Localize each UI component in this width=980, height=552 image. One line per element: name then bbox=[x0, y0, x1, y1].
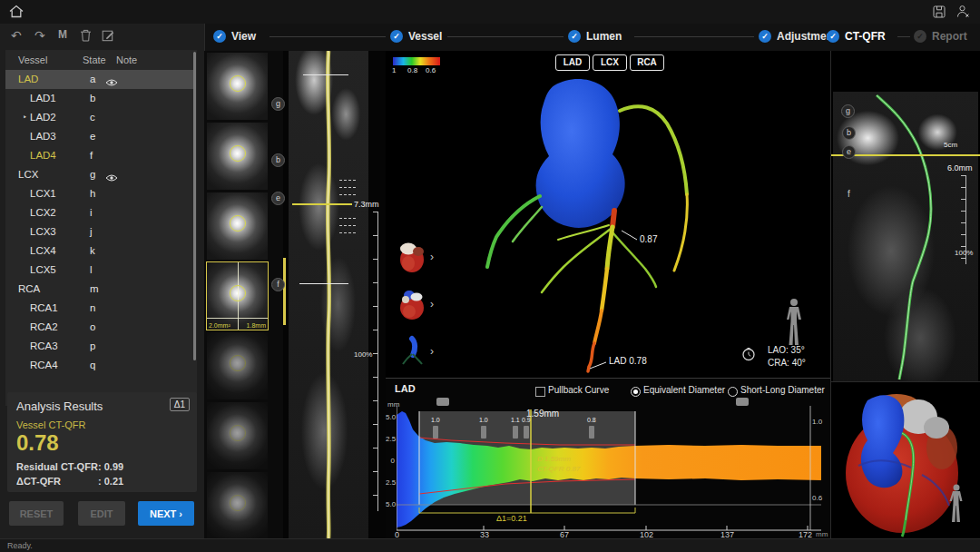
stenosis-marker-pin[interactable] bbox=[589, 426, 594, 439]
cpr-view-panel[interactable]: g b e f 5cm 6.0mm 100% bbox=[830, 51, 980, 381]
edit-button[interactable]: EDIT bbox=[78, 501, 125, 526]
cpr-marker-g[interactable]: g bbox=[841, 104, 855, 118]
vessel-row-lad4[interactable]: LAD4 f bbox=[5, 146, 194, 165]
cross-section-thumb[interactable] bbox=[207, 123, 268, 190]
vessel-row-rca[interactable]: RCA m bbox=[5, 280, 194, 299]
tab-adjustment[interactable]: ✓ Adjustment bbox=[759, 30, 837, 43]
residual-label: Residual CT-QFR bbox=[16, 461, 98, 472]
straightened-mpr-panel[interactable]: 7.3mm 100% bbox=[283, 51, 386, 538]
cpr-marker-b[interactable]: b bbox=[842, 126, 856, 140]
vessel-row-lcx2[interactable]: LCX2 i bbox=[5, 203, 194, 222]
reset-button[interactable]: RESET bbox=[9, 501, 64, 526]
cross-section-thumb[interactable] bbox=[207, 53, 268, 120]
lumen-contour-icon bbox=[230, 355, 246, 371]
chevron-right-icon: › bbox=[430, 298, 434, 310]
vessel-row-rca1[interactable]: RCA1 n bbox=[5, 299, 194, 318]
heart-3d-panel[interactable] bbox=[830, 381, 980, 539]
tab-label: CT-QFR bbox=[845, 30, 886, 43]
vessel-state: b bbox=[90, 89, 95, 108]
cpr-marker-e[interactable]: e bbox=[842, 145, 856, 159]
vessel-state: h bbox=[90, 184, 95, 203]
vessel-name: RCA bbox=[18, 280, 40, 299]
cross-section-thumb[interactable] bbox=[207, 472, 268, 539]
vessel-state: e bbox=[90, 127, 95, 146]
view-preset-heart-2[interactable]: › bbox=[397, 287, 428, 321]
stenosis-marker-pin[interactable] bbox=[481, 426, 486, 439]
mpr-ruler-ticks bbox=[373, 212, 377, 511]
vessel-3d-view[interactable]: 1 0.8 0.6 LAD LCX RCA bbox=[386, 51, 830, 378]
cpr-marker-f[interactable]: f bbox=[848, 189, 850, 199]
range-handle-left[interactable] bbox=[436, 398, 449, 406]
sidebar: ↶ ↷ M Vessel State Note LAD a LAD1 b bbox=[0, 24, 205, 538]
diameter-chart-panel: LAD Pullback Curve Equivalent Diameter S… bbox=[386, 378, 830, 539]
vessel-state: a bbox=[90, 70, 95, 89]
undo-icon[interactable]: ↶ bbox=[11, 28, 22, 43]
section-line[interactable] bbox=[303, 74, 348, 75]
tab-report[interactable]: ✓ Report bbox=[914, 30, 967, 43]
vessel-name: LAD1 bbox=[30, 89, 56, 108]
tab-view[interactable]: ✓ View bbox=[213, 30, 256, 43]
vessel-row-lad3[interactable]: LAD3 e bbox=[5, 127, 194, 146]
user-icon[interactable] bbox=[956, 5, 970, 22]
lumen-contour-icon bbox=[230, 145, 246, 162]
vessel-table-header: Vessel State Note bbox=[5, 50, 197, 70]
segment-marker-f[interactable]: f bbox=[271, 278, 285, 291]
section-line[interactable] bbox=[299, 283, 348, 284]
measure-icon[interactable]: M bbox=[58, 28, 67, 41]
lumen-contour-icon bbox=[230, 75, 246, 92]
vessel-list: Vessel State Note LAD a LAD1 b ‣ LAD2 c … bbox=[5, 50, 197, 406]
stenosis-marker-pin[interactable] bbox=[513, 426, 518, 439]
vessel-list-scrollbar[interactable] bbox=[193, 52, 196, 360]
vessel-row-lad[interactable]: LAD a bbox=[5, 70, 194, 89]
short-long-diameter-radio[interactable] bbox=[728, 387, 738, 397]
vessel-row-lcx5[interactable]: LCX5 l bbox=[5, 261, 194, 280]
vessel-row-lcx3[interactable]: LCX3 j bbox=[5, 222, 194, 242]
tab-lumen[interactable]: ✓ Lumen bbox=[568, 30, 622, 43]
range-handle-right[interactable] bbox=[736, 398, 749, 406]
view-preset-heart-1[interactable]: › bbox=[397, 240, 428, 274]
cross-section-thumb[interactable] bbox=[207, 332, 268, 399]
vessel-row-lcx[interactable]: LCX g bbox=[5, 165, 194, 184]
vessel-row-rca3[interactable]: RCA3 p bbox=[5, 337, 194, 356]
redo-icon[interactable]: ↷ bbox=[34, 28, 45, 43]
segment-marker-g[interactable]: g bbox=[271, 97, 285, 111]
stenosis-marker-pin[interactable] bbox=[433, 426, 438, 439]
segment-marker-b[interactable]: b bbox=[271, 153, 285, 167]
vessel-row-rca4[interactable]: RCA4 q bbox=[5, 356, 194, 375]
heart-render bbox=[831, 382, 980, 539]
lesion-qfr-label: 0.87 bbox=[640, 234, 657, 244]
cross-section-column: 2.0mm² 1.8mm bbox=[204, 51, 283, 538]
stenosis-marker-pin[interactable] bbox=[524, 426, 529, 439]
vessel-state: m bbox=[90, 280, 99, 299]
save-icon[interactable] bbox=[933, 5, 946, 22]
cross-section-thumb[interactable] bbox=[207, 192, 268, 260]
delete-icon[interactable] bbox=[80, 29, 92, 44]
measurement-line[interactable] bbox=[292, 203, 352, 205]
cross-section-thumb[interactable] bbox=[207, 402, 268, 469]
pullback-curve-checkbox[interactable] bbox=[535, 387, 545, 397]
ct-qfr-application: ✓ View ✓ Vessel ✓ Lumen ✓ Adjustment ✓ C… bbox=[0, 0, 980, 552]
delta-annotation: Δ1=0.21 bbox=[496, 514, 527, 523]
rotation-clock-icon[interactable] bbox=[741, 347, 756, 365]
tab-vessel[interactable]: ✓ Vessel bbox=[390, 30, 442, 43]
tab-ct-qfr[interactable]: ✓ CT-QFR bbox=[827, 30, 886, 43]
vessel-row-lad2[interactable]: ‣ LAD2 c bbox=[5, 108, 194, 127]
vessel-row-lcx1[interactable]: LCX1 h bbox=[5, 184, 194, 203]
segment-marker-e[interactable]: e bbox=[271, 192, 285, 205]
home-icon[interactable] bbox=[9, 5, 24, 22]
view-preset-tree[interactable]: › bbox=[397, 334, 428, 369]
title-bar bbox=[0, 0, 980, 25]
edit-icon[interactable] bbox=[102, 29, 114, 44]
equivalent-diameter-radio[interactable] bbox=[631, 387, 641, 397]
check-icon: ✓ bbox=[213, 30, 226, 43]
lao-angle-label: LAO: 35° bbox=[768, 345, 805, 355]
vessel-name: LAD2 bbox=[30, 108, 56, 127]
vessel-row-lcx4[interactable]: LCX4 k bbox=[5, 242, 194, 261]
delta-badge[interactable]: Δ1 bbox=[170, 398, 190, 411]
vessel-name: LCX4 bbox=[30, 242, 56, 261]
vessel-row-lad1[interactable]: LAD1 b bbox=[5, 89, 194, 108]
vessel-row-rca2[interactable]: RCA2 o bbox=[5, 318, 194, 337]
cross-section-thumb-selected[interactable]: 2.0mm² 1.8mm bbox=[207, 262, 268, 330]
next-button[interactable]: NEXT › bbox=[138, 501, 194, 526]
diameter-plot[interactable] bbox=[397, 406, 821, 535]
